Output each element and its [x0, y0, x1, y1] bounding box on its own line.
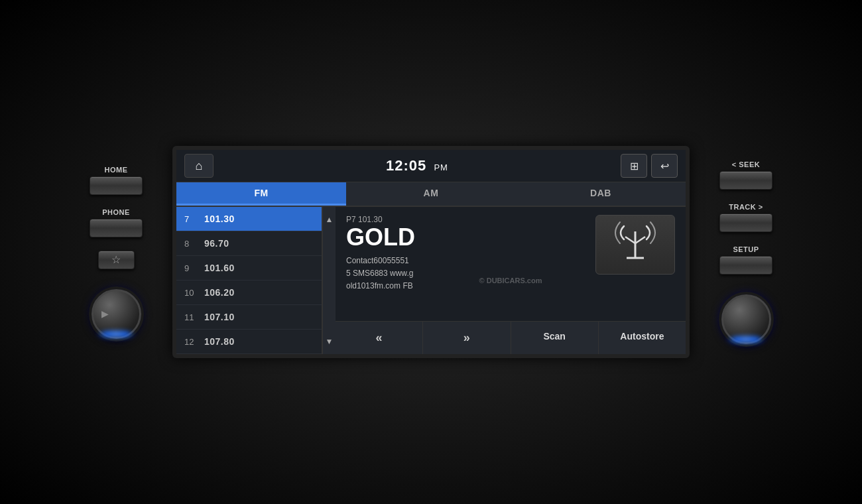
radio-antenna-icon — [612, 218, 658, 271]
bottom-controls: « » Scan Autostore — [336, 321, 686, 354]
screen-container: ⌂ 12:05 PM ⊞ ↩ FM AM — [172, 146, 690, 358]
tune-knob-ring — [726, 336, 766, 344]
station-num: 12 — [184, 337, 204, 347]
station-row-12[interactable]: 12 107.80 — [176, 330, 322, 354]
volume-knob[interactable] — [92, 289, 141, 339]
knob-blue-ring — [96, 330, 136, 338]
track-button-group: TRACK > — [719, 203, 772, 232]
station-num: 9 — [184, 263, 204, 273]
content-area: 7 101.30 8 96.70 9 101.60 10 106.20 — [176, 207, 686, 354]
station-row-10[interactable]: 10 106.20 — [176, 281, 322, 305]
station-info: P7 101.30 GOLD Contact60055551 5 SMS6883… — [346, 215, 675, 321]
forward-button[interactable]: » — [423, 322, 511, 354]
seek-button[interactable] — [719, 171, 772, 190]
station-num: 7 — [184, 214, 204, 224]
contact-line3: old1013fm.com FB — [346, 280, 585, 292]
setup-button[interactable] — [719, 256, 772, 275]
track-label: TRACK > — [729, 203, 763, 211]
home-screen-button[interactable]: ⌂ — [184, 154, 214, 178]
header-right-buttons: ⊞ ↩ — [621, 154, 678, 178]
grid-view-button[interactable]: ⊞ — [621, 154, 647, 178]
car-unit: HOME PHONE ☆ ⌂ 12:05 PM — [0, 0, 862, 504]
favorites-button[interactable]: ☆ — [98, 251, 135, 269]
station-row-11[interactable]: 11 107.10 — [176, 305, 322, 330]
time-value: 12:05 — [386, 157, 426, 174]
scroll-indicator: ▲ ▼ — [322, 207, 336, 354]
radio-icon-box — [595, 215, 675, 275]
tab-fm[interactable]: FM — [176, 182, 346, 206]
star-icon: ☆ — [111, 253, 121, 266]
rewind-button[interactable]: « — [336, 322, 423, 354]
autostore-button[interactable]: Autostore — [599, 322, 686, 354]
seek-button-group: < SEEK — [719, 160, 772, 190]
setup-button-group: SETUP — [719, 245, 772, 275]
tab-bar: FM AM DAB — [176, 182, 686, 207]
station-name: GOLD — [346, 225, 585, 249]
scroll-down-button[interactable]: ▼ — [323, 334, 336, 349]
station-freq: 101.60 — [204, 263, 235, 273]
station-num: 10 — [184, 288, 204, 298]
home-button[interactable] — [90, 176, 143, 195]
station-num: 11 — [184, 312, 204, 322]
am-pm: PM — [434, 162, 448, 172]
station-contact: Contact60055551 5 SMS6883 www.g old1013f… — [346, 255, 585, 293]
screen: ⌂ 12:05 PM ⊞ ↩ FM AM — [176, 150, 686, 354]
seek-label: < SEEK — [732, 160, 760, 168]
left-side-panel: HOME PHONE ☆ — [66, 166, 172, 339]
station-row-8[interactable]: 8 96.70 — [176, 231, 322, 256]
phone-button-group: PHONE — [90, 208, 143, 237]
scan-button[interactable]: Scan — [511, 322, 599, 354]
grid-icon: ⊞ — [630, 160, 639, 172]
svg-line-2 — [625, 237, 635, 243]
tab-dab[interactable]: DAB — [516, 182, 686, 206]
station-preset: P7 101.30 — [346, 215, 585, 224]
station-freq: 96.70 — [204, 238, 229, 249]
station-freq: 101.30 — [204, 214, 235, 224]
station-freq: 107.80 — [204, 336, 235, 347]
station-freq: 107.10 — [204, 312, 235, 322]
station-row-7[interactable]: 7 101.30 — [176, 207, 322, 231]
track-button[interactable] — [719, 214, 772, 232]
svg-line-3 — [635, 237, 645, 243]
tab-am[interactable]: AM — [346, 182, 516, 206]
scroll-up-button[interactable]: ▲ — [323, 212, 336, 227]
station-text: P7 101.30 GOLD Contact60055551 5 SMS6883… — [346, 215, 585, 321]
station-num: 8 — [184, 239, 204, 249]
phone-button[interactable] — [90, 219, 143, 237]
station-list: 7 101.30 8 96.70 9 101.60 10 106.20 — [176, 207, 322, 354]
volume-knob-area — [92, 289, 141, 339]
home-button-group: HOME — [90, 166, 143, 195]
back-button[interactable]: ↩ — [651, 154, 678, 178]
now-playing-panel: © DUBICARS.com P7 101.30 GOLD Contact600… — [336, 207, 686, 354]
tune-knob-area — [721, 294, 771, 344]
right-side-panel: < SEEK TRACK > SETUP — [690, 160, 796, 344]
contact-line2: 5 SMS6883 www.g — [346, 267, 585, 280]
tune-knob[interactable] — [721, 294, 771, 344]
header-bar: ⌂ 12:05 PM ⊞ ↩ — [176, 150, 686, 182]
back-icon: ↩ — [660, 160, 669, 172]
setup-label: SETUP — [733, 245, 759, 253]
contact-line1: Contact60055551 — [346, 255, 585, 267]
home-icon: ⌂ — [196, 159, 203, 173]
station-freq: 106.20 — [204, 287, 235, 298]
home-label: HOME — [105, 166, 128, 174]
time-display: 12:05 PM — [386, 157, 448, 174]
station-row-9[interactable]: 9 101.60 — [176, 256, 322, 281]
phone-label: PHONE — [102, 208, 130, 216]
